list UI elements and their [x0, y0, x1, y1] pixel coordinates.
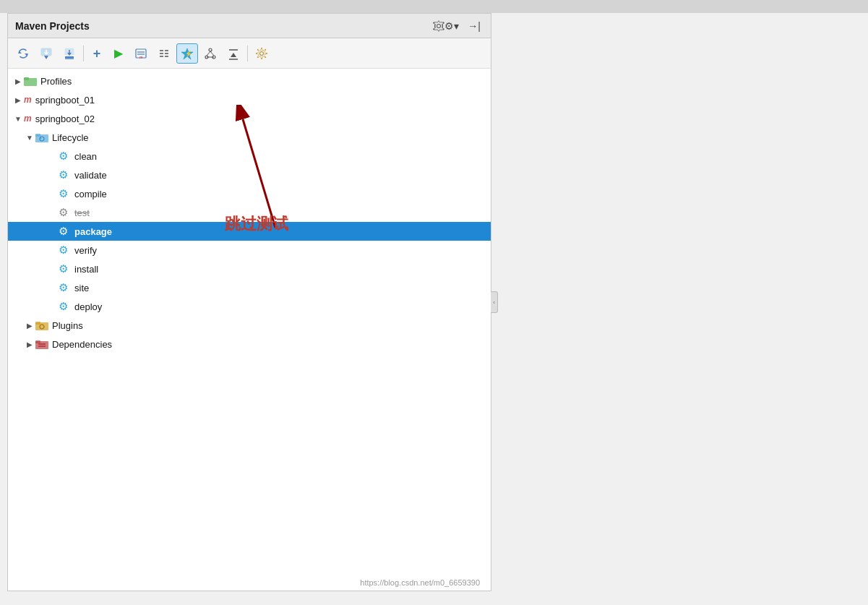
add-button[interactable]: +	[87, 43, 107, 64]
svg-marker-1	[25, 53, 27, 56]
tree-item-springboot02[interactable]: ▼ m springboot_02	[8, 109, 491, 128]
tree-item-deploy[interactable]: ▶ ⚙ deploy	[8, 297, 491, 316]
expand-arrow-plugins: ▶	[24, 322, 35, 330]
tree-item-springboot01[interactable]: ▶ m springboot_01	[8, 90, 491, 109]
separator-1	[83, 46, 84, 61]
tree-item-lifecycle[interactable]: ▼ Lifecycle	[8, 128, 491, 147]
show-dependencies-button[interactable]	[199, 43, 221, 64]
reimport-button[interactable]	[12, 43, 34, 64]
svg-marker-31	[231, 53, 236, 57]
gear-icon-package: ⚙	[59, 225, 68, 238]
svg-rect-36	[24, 77, 29, 80]
dependencies-folder-icon	[35, 339, 48, 349]
header-actions: ⚙▾ →|	[430, 19, 484, 33]
svg-point-34	[258, 50, 265, 57]
deploy-label: deploy	[74, 301, 102, 312]
maven-icon-springboot02: m	[24, 113, 32, 124]
springboot02-label: springboot_02	[35, 113, 95, 124]
svg-rect-38	[35, 134, 40, 137]
compile-label: compile	[74, 189, 107, 199]
url-watermark: https://blog.csdn.net/m0_6659390	[360, 578, 480, 587]
clean-label: clean	[74, 151, 97, 162]
expand-arrow-springboot02: ▼	[12, 115, 24, 123]
verify-label: verify	[74, 245, 97, 256]
test-label: test	[74, 207, 90, 218]
dependencies-label: Dependencies	[52, 339, 112, 350]
pin-button[interactable]: →|	[465, 19, 484, 33]
separator-2	[247, 46, 248, 61]
tree-item-site[interactable]: ▶ ⚙ site	[8, 278, 491, 297]
gear-icon-compile: ⚙	[59, 187, 68, 200]
tree-item-verify[interactable]: ▶ ⚙ verify	[8, 241, 491, 259]
maven-settings-button[interactable]	[251, 43, 272, 64]
skip-tests-button[interactable]: ⚡	[176, 43, 198, 64]
svg-text:m: m	[139, 54, 143, 59]
tree-item-package[interactable]: ▶ ⚙ package	[8, 222, 491, 241]
tree-item-test[interactable]: ▶ ⚙ test	[8, 203, 491, 222]
svg-text:⚡: ⚡	[185, 49, 192, 56]
svg-marker-3	[44, 56, 48, 59]
tree-item-plugins[interactable]: ▶ Plugins	[8, 316, 491, 335]
settings-button[interactable]: ⚙▾	[430, 19, 462, 33]
gear-icon-clean: ⚙	[59, 150, 68, 163]
expand-arrow-lifecycle: ▼	[24, 134, 35, 142]
gear-icon-deploy: ⚙	[59, 300, 68, 313]
svg-line-27	[207, 51, 210, 56]
gear-icon-verify: ⚙	[59, 244, 68, 257]
svg-rect-44	[35, 340, 40, 343]
tree-item-profiles[interactable]: ▶ Profiles	[8, 72, 491, 90]
expand-arrow-dependencies: ▶	[24, 340, 35, 348]
site-label: site	[74, 283, 89, 293]
collapse-handle[interactable]: ‹	[491, 291, 498, 313]
gear-icon-install: ⚙	[59, 262, 68, 275]
profiles-label: Profiles	[40, 76, 72, 87]
maven-projects-panel: Maven Projects ⚙▾ →|	[7, 13, 491, 591]
lifecycle-label: Lifecycle	[52, 132, 89, 143]
maven-icon-springboot01: m	[24, 95, 32, 105]
expand-arrow-springboot01: ▶	[12, 96, 24, 104]
tree-item-clean[interactable]: ▶ ⚙ clean	[8, 147, 491, 166]
svg-rect-41	[35, 322, 40, 325]
plugins-folder-icon	[35, 320, 48, 330]
plugins-label: Plugins	[52, 320, 83, 331]
tree-item-validate[interactable]: ▶ ⚙ validate	[8, 166, 491, 184]
collapse-all-button[interactable]	[223, 43, 244, 64]
tree-item-dependencies[interactable]: ▶ Dependencies	[8, 335, 491, 353]
execute-goal-button[interactable]: m	[130, 43, 152, 64]
tree-item-install[interactable]: ▶ ⚙ install	[8, 259, 491, 278]
gear-icon-validate: ⚙	[59, 168, 68, 181]
lifecycle-folder-icon	[35, 132, 48, 142]
panel-header: Maven Projects ⚙▾ →|	[8, 14, 491, 38]
toolbar: + ▶ m	[8, 38, 491, 69]
svg-point-24	[209, 48, 212, 51]
tree-container: ▶ Profiles ▶ m springboot_01 ▼ m springb…	[8, 69, 491, 591]
svg-point-33	[260, 51, 264, 55]
gear-icon-site: ⚙	[59, 281, 68, 294]
generate-sources-button[interactable]	[35, 43, 57, 64]
profiles-folder-icon	[24, 76, 37, 86]
springboot01-label: springboot_01	[35, 95, 95, 106]
svg-line-28	[210, 51, 214, 56]
gear-icon-test: ⚙	[59, 206, 68, 219]
expand-arrow-profiles: ▶	[12, 77, 24, 85]
install-label: install	[74, 264, 98, 275]
download-button[interactable]	[59, 43, 80, 64]
tree-item-compile[interactable]: ▶ ⚙ compile	[8, 184, 491, 203]
toggle-offline-button[interactable]	[153, 43, 175, 64]
top-bar	[0, 0, 868, 13]
panel-title: Maven Projects	[15, 20, 90, 32]
validate-label: validate	[74, 170, 107, 181]
package-label: package	[74, 226, 112, 237]
run-button[interactable]: ▶	[108, 43, 129, 64]
